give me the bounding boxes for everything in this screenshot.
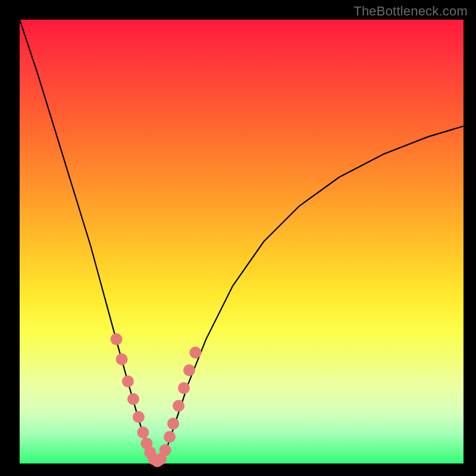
marker-dot [167,418,179,430]
marker-group [111,333,202,467]
marker-dot [122,375,134,387]
marker-dot [159,444,171,456]
marker-dot [116,353,128,365]
marker-dot [173,400,184,412]
curve-svg [20,20,464,464]
bottleneck-curve [20,20,464,461]
marker-dot [111,333,123,345]
marker-dot [127,393,139,405]
marker-dot [133,411,145,423]
outer-frame: TheBottleneck.com [0,0,476,476]
plot-area [20,20,464,464]
marker-dot [178,382,190,394]
marker-dot [137,427,149,439]
marker-dot [183,364,195,376]
watermark-text: TheBottleneck.com [353,4,468,19]
marker-dot [189,347,201,359]
marker-dot [164,431,176,443]
